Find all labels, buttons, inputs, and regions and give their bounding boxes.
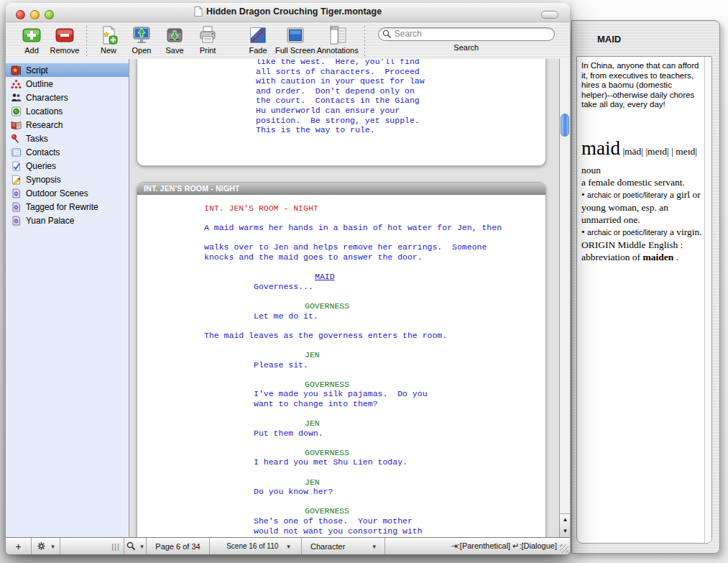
sidebar-item-script[interactable]: Script — [6, 63, 129, 77]
research-note: In China, anyone that can afford it, fro… — [581, 61, 702, 110]
scene-card-previous[interactable]: like the west. Here, you'll findall sort… — [137, 59, 546, 166]
remove-icon — [54, 24, 75, 46]
search-input[interactable] — [378, 27, 555, 41]
sidebar-item-outline[interactable]: Outline — [6, 77, 129, 91]
scene-card-lines: INT. JEN'S ROOM - NIGHTA maid warms her … — [137, 195, 545, 538]
toolbar-button-fade[interactable]: Fade — [242, 24, 274, 55]
splitter-handle[interactable]: ||| — [108, 538, 124, 554]
tasks-icon — [11, 134, 22, 144]
sidebar-item-research[interactable]: Research — [6, 118, 129, 132]
sidebar-item-locations[interactable]: Locations — [6, 104, 129, 118]
script-scrollbar[interactable]: ▲ ▼ — [559, 59, 570, 538]
action-gear-menu[interactable] — [32, 538, 60, 554]
sidebar-item-queries[interactable]: Queries — [6, 159, 129, 173]
script-cue-line[interactable]: JEN — [137, 350, 545, 360]
characters-icon — [11, 93, 22, 103]
script-dialogue-line[interactable]: the court. Contacts in the Giang — [137, 96, 545, 106]
script-dialogue-line[interactable]: I've made you silk pajamas. Do you — [137, 389, 545, 399]
sidebar: ScriptOutlineCharactersLocationsResearch… — [6, 59, 129, 538]
script-action-line[interactable]: knocks and the maid goes to answer the d… — [137, 252, 545, 262]
script-dialogue-line[interactable]: and order. Don't depend only on — [137, 86, 545, 96]
script-dialogue-line[interactable]: This is the way to rule. — [137, 125, 545, 135]
script-dialogue-line[interactable]: position. Be strong, yet supple. — [137, 116, 545, 126]
script-dialogue-line[interactable]: all sorts of characters. Proceed — [137, 67, 545, 77]
toolbar-button-save[interactable]: Save — [159, 24, 190, 55]
scene-card-jens-room[interactable]: INT. JEN'S ROOM - NIGHT INT. JEN'S ROOM … — [137, 182, 546, 538]
toolbar: AddRemoveNewOpenSavePrintFadeFull Screen… — [6, 22, 570, 60]
scene-header-bar[interactable]: INT. JEN'S ROOM - NIGHT — [137, 183, 545, 195]
scene-selector[interactable]: Scene 16 of 110 — [210, 538, 302, 554]
element-type-selector[interactable]: Character — [302, 538, 385, 554]
toolbar-items: AddRemoveNewOpenSavePrintFadeFull Screen… — [6, 22, 371, 56]
script-dialogue-line[interactable]: with caution in your quest for law — [137, 76, 545, 86]
dict-senses: archaic or poetic/literary a girl or you… — [581, 188, 702, 239]
sidebar-item-tasks[interactable]: Tasks — [6, 132, 129, 145]
sidebar-item-characters[interactable]: Characters — [6, 91, 129, 104]
script-dialogue-line[interactable]: I heard you met Shu Lien today. — [137, 457, 545, 467]
script-dialogue-line[interactable]: Put them down. — [137, 429, 545, 439]
window-title: Hidden Dragon Crouching Tiger.montage — [6, 6, 570, 17]
script-action-line[interactable]: A maid warms her hands in a basin of hot… — [137, 223, 545, 233]
toolbar-button-remove[interactable]: Remove — [49, 24, 80, 55]
document-icon — [194, 6, 203, 17]
script-action-line[interactable]: The maid leaves as the governess enters … — [137, 331, 545, 341]
script-cue-line[interactable]: GOVERNESS — [137, 506, 545, 516]
main-window: Hidden Dragon Crouching Tiger.montage Ad… — [6, 3, 570, 554]
add-icon — [21, 24, 42, 46]
script-cue-line[interactable]: GOVERNESS — [137, 448, 545, 458]
window-content: ScriptOutlineCharactersLocationsResearch… — [6, 59, 570, 538]
toolbar-button-print[interactable]: Print — [192, 24, 224, 55]
script-dialogue-line[interactable]: Let me do it. — [137, 311, 545, 321]
sidebar-item-label: Tasks — [26, 134, 48, 144]
research-icon — [11, 120, 22, 130]
script-action-line[interactable]: walks over to Jen and helps remove her e… — [137, 242, 545, 252]
script-dialogue-line[interactable]: Governess... — [137, 282, 545, 292]
script-dialogue-line[interactable]: Hu underworld can ensure your — [137, 106, 545, 116]
script-cue-line[interactable]: JEN — [137, 418, 545, 429]
toolbar-button-annotations[interactable]: Annotations — [317, 24, 359, 55]
page-indicator: Page 6 of 34 — [147, 538, 210, 554]
drawer-title: MAID — [597, 34, 621, 45]
scroll-up-arrow[interactable]: ▲ — [560, 514, 570, 526]
drawer-scrollbar[interactable] — [704, 57, 711, 543]
script-dialogue-line[interactable]: want to change into them? — [137, 399, 545, 409]
toolbar-separator — [364, 26, 365, 56]
dictionary-entry: maid |mād| |meɪd| | meɪd| noun a female … — [581, 139, 702, 263]
script-dialogue-line[interactable]: like the west. Here, you'll find — [137, 59, 545, 67]
scrollbar-thumb[interactable] — [561, 114, 569, 137]
sidebar-item-tagged-for-rewrite[interactable]: Tagged for Rewrite — [6, 200, 129, 214]
sidebar-item-contacts[interactable]: Contacts — [6, 145, 129, 159]
dictionary-headline: maid |mād| |meɪd| | meɪd| — [581, 139, 702, 161]
toolbar-button-add[interactable]: Add — [16, 24, 47, 55]
script-cue-line[interactable]: GOVERNESS — [137, 380, 545, 390]
zoom-menu[interactable] — [124, 538, 147, 554]
status-bar: + ||| Page 6 of 34 Scene 16 of 110 Chara… — [6, 537, 570, 554]
toolbar-button-full-screen[interactable]: Full Screen — [275, 24, 315, 55]
script-dialogue-line[interactable]: Do you know her? — [137, 487, 545, 497]
toolbar-button-label: Save — [165, 46, 183, 55]
script-dialogue-line[interactable]: Please sit. — [137, 360, 545, 370]
script-dialogue-line[interactable]: She's one of those. Your mother — [137, 516, 545, 526]
locations-icon — [11, 106, 22, 116]
new-icon — [98, 24, 119, 46]
script-scene-line[interactable]: INT. JEN'S ROOM - NIGHT — [137, 203, 545, 214]
script-icon — [11, 65, 22, 75]
add-scene-button[interactable]: + — [6, 538, 32, 554]
toolbar-search-group: Search — [377, 22, 556, 52]
toolbar-button-new[interactable]: New — [93, 24, 124, 55]
script-cue-line[interactable]: JEN — [137, 477, 545, 488]
sidebar-item-yuan-palace[interactable]: Yuan Palace — [6, 214, 129, 227]
script-character-cue-link[interactable]: MAID — [137, 272, 545, 282]
toolbar-button-open[interactable]: Open — [126, 24, 157, 55]
toolbar-button-label: Annotations — [317, 46, 359, 55]
sidebar-item-outdoor-scenes[interactable]: Outdoor Scenes — [6, 186, 129, 200]
scroll-down-arrow[interactable]: ▼ — [560, 526, 570, 537]
script-editor[interactable]: like the west. Here, you'll findall sort… — [129, 59, 559, 538]
script-cue-line[interactable]: GOVERNESS — [137, 301, 545, 311]
dictionary-pronunciation: |mād| |meɪd| | meɪd| — [622, 146, 697, 157]
title-bar[interactable]: Hidden Dragon Crouching Tiger.montage — [6, 3, 570, 22]
script-dialogue-line[interactable]: would not want you consorting with — [137, 526, 545, 536]
resize-grip[interactable] — [560, 544, 568, 553]
sidebar-item-synopsis[interactable]: Synopsis — [6, 173, 129, 186]
toolbar-toggle-button[interactable] — [541, 11, 558, 19]
